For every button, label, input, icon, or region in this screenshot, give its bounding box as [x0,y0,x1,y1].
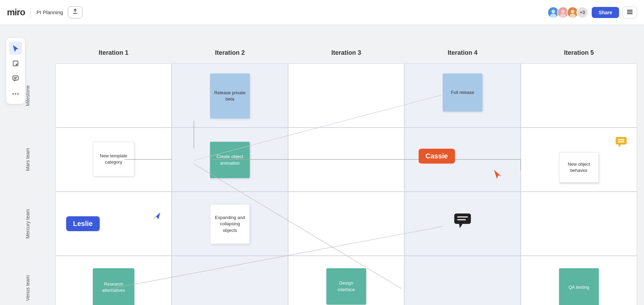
cell-venus-3: Design interface [288,256,404,305]
canvas: Iteration 1 Iteration 2 Iteration 3 Iter… [0,25,644,305]
cell-venus-5: QA testing Trevor [521,256,637,305]
miro-logo: miro [7,7,25,18]
col-header-1: Iteration 1 [55,46,172,63]
grid-container: Iteration 1 Iteration 2 Iteration 3 Iter… [55,46,637,302]
cell-venus-1: Research alternatives [55,256,172,305]
comment-tool-button[interactable] [9,72,22,85]
avatar-count: +3 [576,7,588,18]
leslie-cursor [152,211,161,221]
svg-point-16 [12,93,14,95]
col-header-3: Iteration 3 [288,46,404,63]
svg-rect-9 [627,10,633,11]
cell-milestone-1 [55,63,172,128]
topbar-divider [30,8,31,17]
share-button[interactable]: Share [592,7,619,18]
row-label-mars: Mars team [2,128,54,192]
cell-milestone-3 [288,63,404,128]
svg-rect-12 [13,61,18,66]
sticky-new-template-category[interactable]: New template category [93,142,134,176]
svg-rect-10 [627,11,633,12]
sticky-full-release[interactable]: Full release [443,73,483,112]
upload-button[interactable] [68,6,82,18]
cell-mars-4: Cassie [404,128,521,192]
cell-mars-3 [288,128,404,192]
left-toolbar [6,38,25,104]
cell-mercury-1: Leslie [55,192,172,256]
row-label-venus: Venus team [2,256,54,305]
svg-point-4 [561,10,565,14]
more-tools-button[interactable] [9,87,22,101]
col-header-4: Iteration 4 [404,46,521,63]
cell-mercury-4 [404,192,521,256]
board-title: PI Planning [36,9,63,15]
svg-point-1 [552,10,555,14]
cell-venus-4 [404,256,521,305]
cell-mars-1: New template category [55,128,172,192]
svg-rect-13 [13,76,18,80]
menu-button[interactable] [623,7,637,18]
cell-mars-2: Create object animation [172,128,288,192]
grid-body-wrapper: Milestone Mars team Mercury team Venus t… [55,63,637,305]
svg-point-2 [550,14,556,18]
sticky-create-object-animation[interactable]: Create object animation [210,142,250,178]
topbar: miro PI Planning +3 Share [0,0,644,25]
cell-mercury-5 [521,192,637,256]
cell-venus-2 [172,256,288,305]
svg-point-5 [560,14,566,18]
cell-mercury-3 [288,192,404,256]
row-label-mercury: Mercury team [2,192,54,256]
avatar-group: +3 [547,7,588,18]
svg-point-7 [571,10,575,14]
svg-point-17 [15,93,16,95]
svg-marker-22 [618,145,621,147]
col-header-2: Iteration 2 [172,46,288,63]
sticky-qa-testing[interactable]: QA testing [559,268,599,305]
user-label-leslie: Leslie [66,216,100,231]
svg-point-8 [570,14,576,18]
svg-point-18 [17,93,19,95]
column-headers: Iteration 1 Iteration 2 Iteration 3 Iter… [55,46,637,63]
cursor-tool-button[interactable] [9,42,22,55]
svg-rect-23 [454,214,471,224]
cell-mercury-2: Expanding and collapsing objects [172,192,288,256]
col-header-5: Iteration 5 [521,46,637,63]
topbar-right: +3 Share [547,7,637,18]
cell-mars-5: New object behavior [521,128,637,192]
svg-rect-19 [616,137,627,145]
sticky-note-tool-button[interactable] [9,57,22,70]
sticky-release-private-beta[interactable]: Release private beta [210,73,250,119]
sticky-new-object-behavior[interactable]: New object behavior [559,152,599,183]
chat-bubble-yellow [614,135,628,150]
sticky-design-interface[interactable]: Design interface [327,268,366,305]
cell-milestone-2: Release private beta [172,63,288,128]
sticky-expanding-collapsing[interactable]: Expanding and collapsing objects [210,204,250,244]
cell-milestone-5 [521,63,637,128]
svg-marker-26 [459,224,463,228]
user-label-cassie: Cassie [419,149,455,164]
grid-body: Release private beta Full release New te… [55,63,637,305]
cassie-cursor [493,169,503,181]
svg-rect-11 [627,13,633,14]
sticky-research-alternatives[interactable]: Research alternatives [93,268,134,305]
cell-milestone-4: Full release [404,63,521,128]
chat-bubble-black [454,213,472,229]
